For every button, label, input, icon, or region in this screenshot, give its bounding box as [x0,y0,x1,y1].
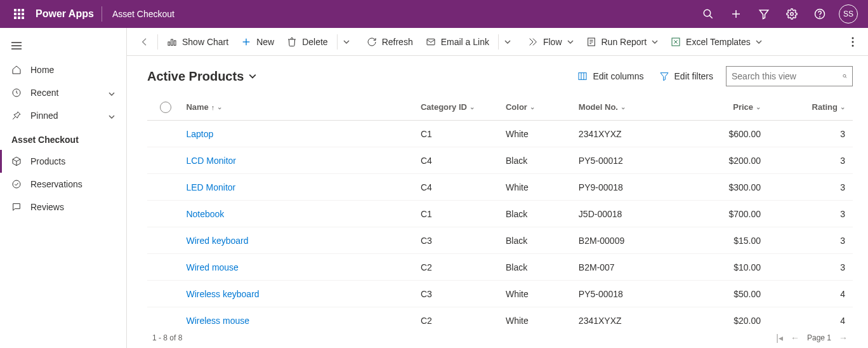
cell-color: White [506,129,579,139]
report-icon [586,37,596,47]
svg-rect-2 [22,9,24,11]
funnel-icon [659,71,669,81]
column-header-color[interactable]: Color ⌄ [506,102,579,112]
cmd-label: Refresh [382,37,413,47]
cell-model: PY5-00012 [579,156,700,166]
new-button[interactable]: New [235,32,280,52]
cell-color: White [506,182,579,192]
nav-reservations[interactable]: Reservations [0,173,126,196]
cell-color: Black [506,236,579,246]
svg-point-41 [843,74,846,77]
next-page-button[interactable]: → [839,333,848,343]
record-link[interactable]: Wireless mouse [186,316,249,326]
cell-category: C1 [421,209,506,219]
cell-price: $20.00 [700,316,773,326]
delete-button[interactable]: Delete [280,32,334,52]
cell-price: $600.00 [700,129,773,139]
first-page-button[interactable]: |◂ [776,333,783,343]
app-launcher-icon[interactable] [5,0,33,28]
column-header-price[interactable]: Price ⌄ [700,102,773,112]
table-row[interactable]: Wired keyboardC3BlackB2M-00009$15.003 [147,227,853,254]
nav-label: Products [30,156,65,166]
nav-products[interactable]: Products [0,150,126,173]
excel-icon [671,37,681,47]
table-row[interactable]: Wired mouseC2BlackB2M-007$10.003 [147,254,853,281]
svg-point-22 [13,180,20,188]
help-icon[interactable] [806,0,834,28]
data-grid: Name ↑ ⌄ Category ID ⌄ Color ⌄ Model No.… [147,94,853,328]
email-link-button[interactable]: Email a Link [419,32,496,52]
flow-button[interactable]: Flow [522,32,580,52]
main: Show Chart New Delete Refresh Email a Li… [127,28,868,348]
show-chart-button[interactable]: Show Chart [161,32,235,52]
record-link[interactable]: Notebook [186,209,224,219]
svg-rect-28 [427,39,435,44]
table-row[interactable]: LED MonitorC4WhitePY9-00018$300.003 [147,174,853,201]
search-icon[interactable] [694,0,722,28]
cell-rating: 3 [773,236,853,246]
sidebar-toggle[interactable] [0,33,126,58]
cell-category: C3 [421,236,506,246]
view-selector[interactable]: Active Products [147,69,256,84]
record-link[interactable]: Wired keyboard [186,236,248,246]
sidebar: Home Recent Pinned Asset Checkout Produc… [0,28,127,348]
filter-icon[interactable] [750,0,778,28]
cell-price: $15.00 [700,236,773,246]
add-icon[interactable] [722,0,750,28]
table-row[interactable]: Wireless keyboardC3WhitePY5-00018$50.004 [147,281,853,307]
cell-price: $50.00 [700,289,773,299]
overflow-button[interactable] [845,32,860,52]
excel-templates-button[interactable]: Excel Templates [664,32,768,52]
nav-pinned[interactable]: Pinned [0,104,126,127]
settings-icon[interactable] [778,0,806,28]
record-link[interactable]: Wired mouse [186,262,238,272]
nav-recent[interactable]: Recent [0,81,126,104]
record-link[interactable]: Wireless keyboard [186,289,259,299]
cell-rating: 3 [773,129,853,139]
table-row[interactable]: Wireless mouseC2White2341XYXZ$20.004 [147,307,853,328]
record-link[interactable]: LCD Monitor [186,156,236,166]
cell-price: $200.00 [700,156,773,166]
user-avatar[interactable]: SS [839,4,858,23]
search-box[interactable] [726,66,853,86]
search-input[interactable] [732,71,843,81]
table-row[interactable]: LaptopC1White2341XYXZ$600.003 [147,121,853,147]
svg-rect-23 [168,42,170,45]
view-title-text: Active Products [147,69,244,84]
table-row[interactable]: LCD MonitorC4BlackPY5-00012$200.003 [147,147,853,174]
check-circle-icon [11,179,22,189]
svg-rect-3 [14,13,16,15]
mail-icon [426,37,436,47]
record-link[interactable]: LED Monitor [186,182,235,192]
nav-home[interactable]: Home [0,58,126,81]
prev-page-button[interactable]: ← [791,333,799,343]
delete-split-chevron[interactable] [340,40,353,44]
column-header-model[interactable]: Model No. ⌄ [579,102,700,112]
select-all-checkbox[interactable] [147,102,183,113]
svg-rect-6 [14,17,16,19]
nav-label: Recent [30,88,58,98]
cmd-label: Excel Templates [686,37,751,47]
refresh-button[interactable]: Refresh [360,32,419,52]
svg-line-10 [709,15,713,18]
cell-model: J5D-00018 [579,209,700,219]
cell-category: C3 [421,289,506,299]
edit-columns-button[interactable]: Edit columns [570,66,651,86]
run-report-button[interactable]: Run Report [580,32,665,52]
column-header-category[interactable]: Category ID ⌄ [421,102,506,112]
column-header-rating[interactable]: Rating ⌄ [773,102,853,112]
nav-reviews[interactable]: Reviews [0,196,126,218]
nav-label: Reservations [30,179,82,189]
page-breadcrumb[interactable]: Asset Checkout [102,9,185,19]
app-name: Power Apps [33,8,102,20]
record-link[interactable]: Laptop [186,129,213,139]
table-row[interactable]: NotebookC1BlackJ5D-00018$700.003 [147,201,853,227]
back-button[interactable] [135,32,155,52]
edit-filters-button[interactable]: Edit filters [652,66,721,86]
svg-rect-25 [174,41,176,45]
column-header-name[interactable]: Name ↑ ⌄ [183,102,421,112]
cell-color: White [506,316,579,326]
cell-rating: 3 [773,182,853,192]
search-icon [843,72,847,81]
email-split-chevron[interactable] [501,40,514,44]
